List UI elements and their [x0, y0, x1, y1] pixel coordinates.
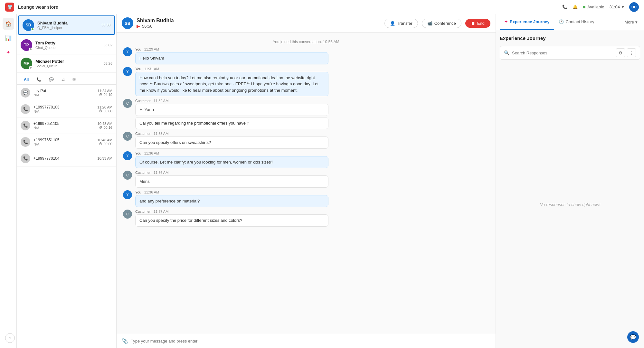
conv-info: Shivam Budhia Q_FBM_ihelper [37, 21, 98, 30]
message-meta: Customer 11:36 AM [135, 171, 489, 174]
message-avatar: Y [123, 47, 132, 56]
filter-button[interactable]: ⚙ [616, 48, 625, 57]
app-logo: 👕 [5, 3, 14, 12]
queue-item[interactable]: 📞 +19997651105 N/A 10:48 AM ⏱ 00:00 [17, 134, 116, 150]
message-time: 11:29 AM [142, 47, 159, 51]
queue-item[interactable]: 📞 +19997770103 N/A 11:20 AM ⏱ 00:00 [17, 101, 116, 118]
message-avatar: Y [123, 67, 132, 76]
more-options-button[interactable]: ⋮ [627, 48, 636, 57]
logo-icon: 👕 [7, 5, 13, 10]
nav-home[interactable]: 🏠 [3, 18, 14, 30]
user-avatar[interactable]: UU [629, 2, 639, 12]
right-panel-title: Experience Journey [500, 34, 640, 42]
message-time: 11:36 AM [142, 151, 159, 155]
webchat-button[interactable]: 💬 [627, 331, 639, 343]
message-time: 11:37 AM [152, 210, 169, 213]
queue-time: 10:48 AM ⏱ 00:16 [98, 122, 112, 129]
status-indicator[interactable]: Available [583, 5, 604, 9]
conversation-item[interactable]: SB Shivam Budhia Q_FBM_ihelper 56:50 [18, 15, 115, 35]
message-time: 11:36 AM [152, 171, 169, 174]
queue-item[interactable]: 📞 +19997651105 N/A 10:48 AM ⏱ 00:16 [17, 118, 116, 134]
message-bubble-2: Cal you tell me regarding the promotiona… [135, 117, 328, 129]
chat-timer: ▶ 56:50 [137, 24, 174, 29]
message-bubble: Can you specify offers on sweatshirts? [135, 136, 328, 149]
conv-time: 56:50 [101, 23, 110, 27]
conversation-list: SB Shivam Budhia Q_FBM_ihelper 56:50 TP … [17, 14, 117, 348]
message-time: 11:31 AM [142, 67, 159, 71]
message-avatar-initial: C [126, 173, 129, 177]
queue-sub-label: N/A [33, 142, 39, 146]
user-initials: UU [631, 5, 637, 9]
queue-avatar: 💬 [21, 88, 30, 98]
search-responses-input[interactable] [512, 51, 613, 55]
conference-button[interactable]: 📹 Conference [422, 19, 461, 28]
customer-message-row: C Customer 11:32 AM Hi Yana Cal you tell… [123, 99, 489, 129]
message-bubble: and any preference on material? [135, 195, 328, 207]
queue-duration: ⏱ 00:16 [98, 126, 112, 129]
more-label: More [624, 20, 634, 24]
chat-contact-name: Shivam Budhia [137, 18, 174, 24]
notifications-btn[interactable]: 🔔 [573, 5, 578, 9]
queue-item[interactable]: 📞 +19997770104 10:33 AM [17, 150, 116, 167]
messages-area: You joined this conversation. 10:56 AM Y… [117, 33, 496, 334]
tab-contact-history[interactable]: 🕐 Contact History [554, 14, 599, 30]
timer-chevron: ▾ [622, 5, 624, 9]
message-content: Customer 11:36 AM Mens [135, 171, 489, 188]
message-sender: You [135, 67, 141, 71]
conversation-item[interactable]: MP Michael Potter Social_Queue 03:26 [17, 54, 116, 73]
filter-share[interactable]: ⇄ [58, 75, 68, 84]
global-topbar: 👕 Lounge wear store 📞 🔔 Available 31:04 … [0, 0, 644, 14]
search-responses-bar: 🔍 ⚙ ⋮ [500, 46, 640, 60]
topbar-right: 📞 🔔 Available 31:04 ▾ UU [562, 2, 639, 12]
nav-analytics[interactable]: 📊 [3, 32, 14, 44]
status-dot [29, 48, 32, 51]
transfer-button[interactable]: 👤 Transfer [384, 19, 418, 28]
agent-message-row: Y You 11:31 AM How can i help you today?… [123, 67, 489, 97]
filter-phone[interactable]: 📞 [33, 75, 44, 84]
message-meta: Customer 11:37 AM [135, 210, 489, 213]
queue-item[interactable]: 💬 Lily Pai N/A 11:24 AM ⏱ 04:19 [17, 85, 116, 101]
contact-history-label: Contact History [566, 19, 594, 24]
phone-filter-icon: 📞 [36, 77, 41, 82]
queue-item-sub: N/A [33, 126, 94, 130]
chat-filter-icon: 💬 [49, 77, 54, 82]
message-meta: You 11:31 AM [135, 67, 489, 71]
end-button[interactable]: ⏹ End [465, 19, 490, 28]
phone-icon-btn[interactable]: 📞 [562, 5, 567, 9]
message-avatar-initial: Y [126, 50, 128, 54]
queue-avatar: 📞 [21, 104, 30, 114]
filter-chat[interactable]: 💬 [46, 75, 57, 84]
customer-message-row: C Customer 11:36 AM Mens [123, 171, 489, 188]
tab-experience-journey[interactable]: ✦ Experience Journey [500, 14, 554, 30]
message-content: You 11:29 AM Hello Shivam [135, 47, 489, 64]
message-bubble: Can you specify the price for different … [135, 214, 328, 227]
tab-more[interactable]: More ▾ [622, 14, 640, 30]
active-conversations: SB Shivam Budhia Q_FBM_ihelper 56:50 TP … [17, 14, 116, 73]
help-button[interactable]: ? [5, 333, 15, 343]
attachment-icon[interactable]: 📎 [122, 338, 128, 344]
conv-name: Michael Potter [35, 59, 100, 64]
chat-input[interactable] [131, 339, 490, 343]
queue-item-name: Lily Pai [33, 89, 94, 93]
queue-item-name: +19997770104 [33, 156, 94, 161]
timer-value: 31:04 [609, 5, 620, 9]
message-content: Customer 11:33 AM Can you specify offers… [135, 132, 489, 149]
message-sender: You [135, 151, 141, 155]
transfer-label: Transfer [397, 21, 412, 26]
queue-info: +19997651105 N/A [33, 138, 94, 146]
message-content: You 11:31 AM How can i help you today? L… [135, 67, 489, 97]
conv-avatar: MP [21, 58, 32, 69]
message-sender: Customer [135, 171, 151, 174]
contact-history-icon: 🕐 [559, 19, 564, 24]
queue-item-name: +19997651105 [33, 138, 94, 142]
conversation-item[interactable]: TP Tom Petty Chat_Queue 33:02 [17, 36, 116, 54]
filter-email[interactable]: ✉ [69, 75, 79, 84]
search-icon: 🔍 [504, 50, 509, 55]
chat-contact-info: Shivam Budhia ▶ 56:50 [137, 18, 174, 29]
message-bubble: How can i help you today? Let me also re… [135, 72, 328, 97]
filter-all[interactable]: All [21, 75, 32, 84]
queue-time: 11:20 AM ⏱ 00:00 [98, 105, 112, 113]
nav-special[interactable]: ✦ [3, 46, 14, 58]
queue-timestamp: 11:24 AM [98, 89, 112, 93]
bell-icon: 🔔 [573, 5, 578, 9]
